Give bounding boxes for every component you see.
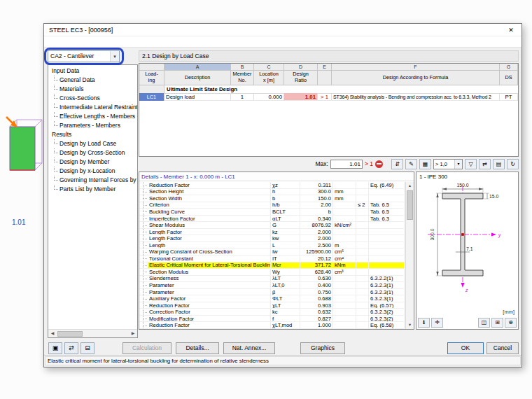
details-row[interactable]: Slenderness λLT 0.630 6.3.2.2(1): [139, 276, 405, 283]
model-beam-graphic[interactable]: [6, 115, 48, 180]
tree-item[interactable]: Parameters - Members: [48, 121, 137, 130]
design-case-select[interactable]: CA2 - Cantilever ▾: [48, 50, 120, 62]
details-row[interactable]: Section Modulus Wy 628.40 cm³: [139, 269, 405, 276]
details-row[interactable]: Auxiliary Factor ΦLT 0.688 6.3.2.3(1): [139, 295, 405, 302]
member-no-cell[interactable]: 1: [231, 93, 254, 101]
load-case-cell[interactable]: LC1: [139, 93, 164, 101]
details-row[interactable]: Imperfection Factor αLT 0.340 Tab. 6.3: [139, 216, 405, 223]
details-row[interactable]: Reduction Factor χLT,mod 1.000 Eq. (6.58…: [139, 322, 405, 329]
ratio-threshold-select[interactable]: > 1,0 ▾: [433, 159, 463, 169]
col-letter-a[interactable]: A: [164, 64, 231, 71]
details-row[interactable]: Section Height h 300.0 mm: [139, 189, 405, 196]
details-row[interactable]: Length Factor kz 2.000: [139, 229, 405, 236]
titlebar[interactable]: STEEL EC3 - [000956]: [44, 24, 522, 36]
details-row[interactable]: Modification Factor f 0.827 6.3.2.3(2): [139, 316, 405, 323]
tree-item[interactable]: Parts List by Member: [48, 185, 137, 194]
formula-cell[interactable]: ST364) Stability analysis - Bending and …: [332, 93, 500, 101]
details-row[interactable]: Buckling Curve BCLT b Tab. 6.5: [139, 209, 405, 216]
details-row[interactable]: Reduction Factor χz 0.311 Eq. (6.49): [139, 182, 405, 189]
details-row[interactable]: Parameter β 0.750 6.3.2.3(1): [139, 289, 405, 296]
detail-unit: [333, 282, 356, 288]
details-row[interactable]: Length L 2.500 m: [139, 242, 405, 249]
scroll-up-icon[interactable]: ▲: [406, 182, 414, 190]
table-view-button[interactable]: ▦: [419, 159, 431, 169]
detail-description: Reduction Factor: [148, 322, 271, 328]
tree-item[interactable]: Design by Cross-Section: [48, 148, 137, 158]
tree-connector-icon: [139, 195, 148, 202]
header-ds: DS: [500, 71, 518, 85]
scroll-right-icon[interactable]: ▶: [129, 330, 137, 337]
scroll-left-icon[interactable]: ◀: [48, 330, 57, 337]
col-letter-d[interactable]: D: [284, 64, 318, 71]
location-cell[interactable]: 0.000: [254, 93, 284, 101]
cancel-button[interactable]: Cancel: [486, 342, 519, 354]
description-cell[interactable]: Design load: [164, 93, 231, 101]
col-letter-c[interactable]: C: [254, 64, 284, 71]
tree-item[interactable]: Design by x-Location: [48, 167, 137, 176]
tree-item[interactable]: Materials: [48, 85, 137, 94]
transfer-button[interactable]: ⇄: [479, 159, 491, 169]
fit-view-button[interactable]: ◫: [478, 318, 490, 328]
col-letter-b[interactable]: B: [231, 64, 254, 71]
tree-horizontal-scrollbar[interactable]: ◀ ▶: [48, 329, 137, 337]
details-row[interactable]: Elastic Critical Moment for Lateral-Tors…: [139, 262, 405, 270]
zoom-button[interactable]: ⊕: [505, 318, 517, 328]
detail-description: Section Width: [148, 195, 271, 202]
filter-button[interactable]: ▽: [465, 159, 477, 169]
result-row-lc1[interactable]: LC1 Design load 1 0.000 1.01 > 1 ST364) …: [139, 93, 518, 101]
tree-item[interactable]: Intermediate Lateral Restraints: [48, 103, 137, 112]
details-row[interactable]: Torsional Constant IT 20.12 cm⁴: [139, 255, 405, 262]
ds-cell[interactable]: PT: [500, 93, 518, 101]
threshold-value: > 1,0: [434, 160, 454, 169]
max-value-field[interactable]: 1.01: [330, 160, 363, 169]
col-letter-f[interactable]: F: [332, 64, 500, 71]
detail-reference: [369, 269, 405, 275]
details-row[interactable]: Reduction Factor χLT 0.903 Eq. (6.57): [139, 302, 405, 309]
max-label: Max:: [316, 160, 328, 167]
detail-value: 0.827: [300, 316, 333, 322]
graphics-button[interactable]: Graphics: [300, 342, 345, 354]
tree-item[interactable]: Input Data: [48, 66, 137, 76]
model-max-ratio-label: 1.01: [12, 218, 25, 226]
result-diagram-button[interactable]: ⇵: [391, 159, 403, 169]
tree-item[interactable]: Effective Lengths - Members: [48, 112, 137, 121]
axis-z-label: z: [465, 288, 468, 293]
info-button[interactable]: ℹ: [418, 318, 430, 328]
scroll-down-icon[interactable]: ▼: [406, 321, 414, 329]
details-row[interactable]: Section Width b 150.0 mm: [139, 195, 405, 202]
pan-button[interactable]: ✛: [431, 318, 443, 328]
tree-item[interactable]: Cross-Sections: [48, 94, 137, 103]
tree-item[interactable]: Governing Internal Forces by M: [48, 176, 137, 185]
details-row[interactable]: Length Factor kw 2.000: [139, 235, 405, 242]
details-row[interactable]: Criterion h/b 2.00 ≤ 2 Tab. 6.5: [139, 202, 405, 209]
details-row[interactable]: Shear Modulus G 8076.92 kN/cm²: [139, 222, 405, 229]
scroll-thumb[interactable]: [407, 190, 413, 220]
jump-to-graphic-button[interactable]: ▣: [48, 342, 62, 354]
close-button[interactable]: ✕: [500, 24, 522, 36]
nat-annex-button[interactable]: Nat. Annex...: [223, 342, 275, 354]
switch-case-button[interactable]: ⇄: [64, 342, 78, 354]
refresh-button[interactable]: ↻: [507, 159, 519, 169]
details-row[interactable]: Warping Constant of Cross-Section Iw 125…: [139, 248, 405, 255]
detail-value: 0.632: [300, 309, 333, 315]
tree-item[interactable]: Results: [48, 130, 137, 139]
detail-unit: [333, 229, 356, 235]
tree-item[interactable]: Design by Member: [48, 158, 137, 167]
ratio-limit-cell[interactable]: > 1: [318, 93, 332, 101]
edit-button[interactable]: ✎: [405, 159, 417, 169]
details-vertical-scrollbar[interactable]: ▲ ▼: [405, 182, 414, 329]
col-letter-e[interactable]: E: [318, 64, 332, 71]
ok-button[interactable]: OK: [447, 342, 484, 354]
detail-criterion: [356, 262, 369, 269]
details-row[interactable]: Correction Factor kc 0.632 6.3.2.3(2): [139, 309, 405, 316]
col-letter-g[interactable]: G: [500, 64, 518, 71]
scroll-thumb[interactable]: [57, 331, 83, 337]
details-button[interactable]: Details...: [176, 342, 219, 354]
tree-item[interactable]: General Data: [48, 76, 137, 85]
row-list-button[interactable]: ▤: [493, 159, 505, 169]
details-row[interactable]: Parameter λLT,0 0.400 6.3.2.3(1): [139, 282, 405, 289]
design-ratio-cell[interactable]: 1.01: [284, 93, 318, 101]
frame-button[interactable]: ⊞: [491, 318, 503, 328]
tree-item[interactable]: Design by Load Case: [48, 139, 137, 148]
export-button[interactable]: ⊟: [80, 342, 94, 354]
